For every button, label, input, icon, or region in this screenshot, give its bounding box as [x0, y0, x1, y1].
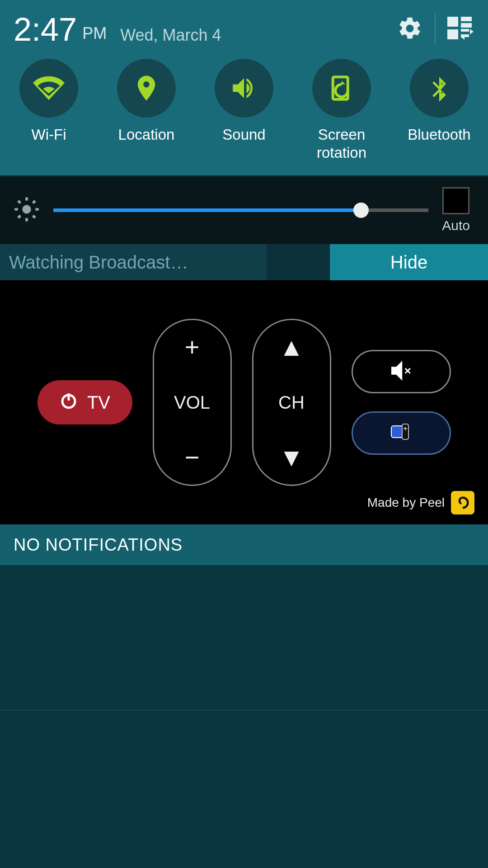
toggle-screen-rotation-label: Screen rotation: [317, 126, 366, 161]
remote-icon: [389, 423, 413, 443]
sound-icon: [215, 59, 273, 118]
time-ampm: PM: [82, 24, 107, 43]
toggle-screen-rotation[interactable]: Screen rotation: [296, 59, 387, 161]
remote-panel: TV + VOL − ▲ CH ▼ ×: [0, 280, 488, 524]
tv-power-button[interactable]: TV: [38, 380, 132, 425]
notifications-header: NO NOTIFICATIONS: [0, 524, 488, 565]
volume-label: VOL: [174, 392, 210, 413]
toggle-bluetooth[interactable]: Bluetooth: [394, 59, 484, 161]
toggle-sound-label: Sound: [222, 126, 265, 144]
power-icon: [59, 391, 78, 414]
auto-brightness-checkbox[interactable]: [442, 187, 469, 214]
brightness-icon: [14, 196, 40, 224]
mute-icon: ×: [389, 361, 414, 382]
notifications-body: [0, 565, 488, 868]
divider-line: [0, 710, 488, 711]
remote-app-button[interactable]: [352, 411, 451, 455]
volume-control: + VOL −: [153, 319, 232, 486]
channel-down-button[interactable]: ▼: [279, 445, 304, 470]
toggle-location[interactable]: Location: [101, 59, 192, 161]
svg-rect-2: [461, 23, 472, 28]
made-by-peel: Made by Peel: [367, 491, 474, 514]
volume-down-button[interactable]: −: [185, 445, 200, 470]
svg-rect-3: [447, 29, 458, 39]
grid-menu-icon[interactable]: [447, 17, 474, 42]
hide-button[interactable]: Hide: [330, 244, 488, 280]
volume-up-button[interactable]: +: [185, 335, 200, 360]
svg-rect-1: [461, 17, 472, 21]
location-icon: [117, 59, 176, 118]
bluetooth-icon: [410, 59, 469, 118]
toggle-location-label: Location: [118, 126, 175, 144]
svg-line-9: [33, 216, 35, 218]
settings-icon[interactable]: [397, 15, 423, 43]
svg-text:×: ×: [404, 364, 411, 377]
toggle-wifi[interactable]: Wi-Fi: [4, 59, 94, 161]
peel-logo-icon: [451, 491, 474, 514]
mute-button[interactable]: ×: [352, 350, 451, 393]
toggle-bluetooth-label: Bluetooth: [408, 126, 470, 144]
svg-point-5: [22, 205, 31, 214]
toggle-sound[interactable]: Sound: [199, 59, 289, 161]
time-value: 2:47: [14, 11, 77, 48]
wifi-icon: [19, 59, 78, 118]
screen-rotation-icon: [312, 59, 371, 118]
channel-up-button[interactable]: ▲: [279, 335, 304, 360]
svg-line-8: [18, 201, 20, 203]
brightness-row: Auto: [0, 176, 488, 244]
brightness-slider[interactable]: [53, 208, 428, 212]
svg-line-12: [18, 216, 20, 218]
date-value: Wed, March 4: [120, 26, 221, 45]
peel-watching-bar: Watching Broadcast… Hide: [0, 244, 488, 280]
watching-separator: [267, 244, 330, 280]
toggle-wifi-label: Wi-Fi: [32, 126, 66, 144]
svg-rect-0: [447, 17, 458, 27]
status-header: 2:47 PM Wed, March 4: [0, 0, 488, 54]
tv-power-label: TV: [87, 392, 110, 413]
time-date-block: 2:47 PM Wed, March 4: [14, 11, 397, 48]
auto-brightness-label: Auto: [442, 218, 470, 233]
quick-toggles-row: Wi-Fi Location Sound Screen rotation: [0, 54, 488, 176]
watching-text: Watching Broadcast…: [0, 244, 267, 280]
brightness-slider-thumb[interactable]: [353, 203, 369, 218]
channel-label: CH: [278, 392, 305, 413]
header-divider: [435, 14, 436, 45]
channel-control: ▲ CH ▼: [252, 319, 331, 486]
made-by-peel-label: Made by Peel: [367, 495, 445, 510]
svg-rect-18: [402, 424, 408, 439]
header-actions: [397, 14, 474, 45]
svg-line-13: [33, 201, 35, 203]
notifications-header-label: NO NOTIFICATIONS: [14, 535, 183, 555]
auto-brightness-block: Auto: [442, 187, 470, 233]
